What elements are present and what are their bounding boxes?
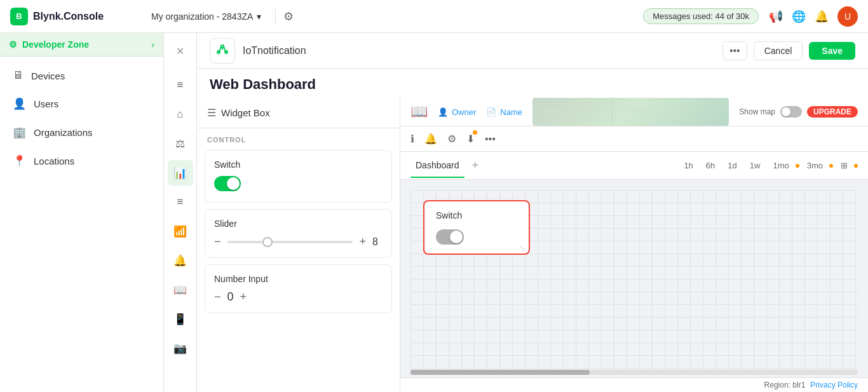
time-btn-3mo[interactable]: 3mo	[802, 158, 828, 173]
docs-icon-button[interactable]: 📖	[168, 277, 193, 302]
sidebar-item-devices-label: Devices	[31, 71, 65, 81]
dashboard-app-icon	[210, 38, 235, 64]
avatar[interactable]: U	[837, 6, 858, 27]
map-road-v	[611, 100, 613, 123]
switch-card-title: Switch	[214, 159, 383, 170]
settings-toolbar-icon[interactable]: ⚙	[447, 133, 456, 145]
time-btn-custom[interactable]: ⊞	[836, 158, 853, 173]
bell-toolbar-icon[interactable]: 🔔	[424, 133, 437, 145]
slider-track[interactable]	[227, 241, 353, 243]
upgrade-badge[interactable]: UPGRADE	[807, 106, 858, 118]
map-road-h	[539, 111, 657, 112]
slider-row: − + 8	[214, 235, 383, 248]
show-map-toggle[interactable]	[780, 106, 802, 118]
region-label: Region: blr1	[764, 381, 806, 389]
developer-zone-label: ⚙ Developer Zone	[9, 39, 89, 50]
time-btn-1mo[interactable]: 1mo	[768, 158, 794, 173]
download-toolbar-icon[interactable]: ⬇	[466, 133, 475, 144]
notification-icon[interactable]: 📢	[769, 10, 783, 24]
owner-label: Owner	[452, 107, 476, 117]
privacy-policy-link[interactable]: Privacy Policy	[810, 381, 858, 389]
time-btn-1d[interactable]: 1d	[722, 158, 742, 173]
cancel-button[interactable]: Cancel	[754, 41, 803, 60]
switch-widget-card[interactable]: Switch	[205, 150, 392, 203]
canvas-tabs-row: Dashboard + 1h 6h 1d 1w 1mo 3mo ⊞	[400, 152, 868, 180]
sidebar-item-organizations[interactable]: 🏢 Organizations	[0, 118, 163, 147]
developer-zone-section[interactable]: ⚙ Developer Zone ›	[0, 33, 163, 57]
logo-area: B Blynk.Console	[10, 8, 137, 25]
canvas-area: 📖 👤 Owner 📄 Name Show m	[400, 98, 868, 392]
more-options-button[interactable]: •••	[722, 41, 747, 60]
resize-handle[interactable]: ⤡	[520, 245, 526, 251]
info-icon[interactable]: ℹ	[410, 133, 414, 145]
wifi-icon-button[interactable]: 📶	[168, 219, 193, 244]
canvas-grid-bg[interactable]: Switch ⤡	[410, 190, 858, 370]
number-row: − 0 +	[214, 290, 383, 304]
slider-card-title: Slider	[214, 219, 383, 229]
dashboard-actions: ••• Cancel Save	[722, 41, 855, 60]
canvas-switch-thumb	[450, 231, 463, 243]
time-btn-1w[interactable]: 1w	[745, 158, 766, 173]
sidebar-item-organizations-label: Organizations	[34, 127, 93, 138]
sidebar-item-devices[interactable]: 🖥 Devices	[0, 62, 163, 90]
logo-text: Blynk.Console	[33, 11, 104, 22]
time-buttons: 1h 6h 1d 1w 1mo 3mo ⊞	[679, 158, 858, 173]
map-toggle-thumb	[782, 107, 790, 116]
home-icon-button[interactable]: ⌂	[168, 102, 193, 127]
number-value: 0	[227, 290, 234, 304]
slider-plus-button[interactable]: +	[359, 235, 366, 248]
org-selector[interactable]: My organization - 2843ZA ▾	[145, 9, 268, 24]
number-input-card-title: Number Input	[214, 274, 383, 284]
dashboard-title: IoTnotification	[243, 45, 306, 57]
name-label: Name	[500, 107, 522, 117]
widget-box-content: CONTROL Switch Slider −	[197, 128, 400, 392]
app-header: B Blynk.Console My organization - 2843ZA…	[0, 0, 868, 33]
canvas-grid: Switch ⤡	[400, 180, 868, 370]
settings-icon[interactable]: ⚙	[283, 10, 294, 24]
sidebar-item-locations[interactable]: 📍 Locations	[0, 147, 163, 175]
svg-line-6	[219, 46, 221, 51]
widget-box-header: ☰ Widget Box	[197, 98, 400, 128]
info-bar: Region: blr1 Privacy Policy	[400, 377, 868, 392]
canvas-toolbar-top: 📖 👤 Owner 📄 Name Show m	[400, 98, 868, 126]
horizontal-scrollbar[interactable]	[410, 370, 858, 375]
filter-icon-button[interactable]: ⚖	[168, 131, 193, 156]
list-icon-button[interactable]: ≡	[168, 189, 193, 215]
main-content: IoTnotification ••• Cancel Save Web Dash…	[197, 33, 868, 392]
dashboard-icon-button[interactable]: 📊	[168, 160, 193, 186]
number-plus-button[interactable]: +	[240, 290, 247, 304]
time-btn-6h[interactable]: 6h	[701, 158, 720, 173]
tab-dashboard[interactable]: Dashboard	[410, 154, 465, 178]
slider-widget-card[interactable]: Slider − + 8	[205, 209, 392, 258]
header-icons: 📢 🌐 🔔 U	[769, 6, 858, 27]
owner-icon: 👤	[438, 107, 448, 117]
logo-icon: B	[10, 8, 28, 25]
switch-toggle[interactable]	[214, 176, 241, 191]
time-btn-1h[interactable]: 1h	[679, 158, 698, 173]
canvas-switch-widget[interactable]: Switch ⤡	[423, 200, 530, 255]
dashboard-title-area: IoTnotification	[210, 38, 306, 64]
dashboard-header: IoTnotification ••• Cancel Save	[197, 33, 868, 69]
alert-icon-button[interactable]: 🔔	[168, 248, 193, 273]
number-minus-button[interactable]: −	[214, 290, 221, 304]
slider-minus-button[interactable]: −	[214, 235, 221, 248]
name-field[interactable]: 📄 Name	[486, 107, 522, 117]
mobile-icon-button[interactable]: 📱	[168, 306, 193, 332]
owner-field[interactable]: 👤 Owner	[438, 107, 476, 117]
add-tab-button[interactable]: +	[470, 159, 482, 172]
globe-icon[interactable]: 🌐	[792, 10, 806, 24]
sidebar-item-users[interactable]: 👤 Users	[0, 90, 163, 118]
svg-point-0	[221, 45, 224, 48]
page-title-area: Web Dashboard	[197, 69, 868, 98]
book-icon[interactable]: 📖	[410, 104, 428, 120]
canvas-switch-toggle[interactable]	[436, 229, 464, 245]
bell-icon[interactable]: 🔔	[815, 10, 829, 24]
canvas-icon-toolbar: ℹ 🔔 ⚙ ⬇ •••	[400, 126, 868, 152]
more-toolbar-icon[interactable]: •••	[485, 133, 496, 145]
close-panel-button[interactable]: ✕	[168, 38, 193, 64]
menu-icon-button[interactable]: ≡	[168, 72, 193, 98]
number-input-widget-card[interactable]: Number Input − 0 +	[205, 264, 392, 313]
camera-icon-button[interactable]: 📷	[168, 335, 193, 361]
save-button[interactable]: Save	[809, 42, 855, 60]
page-title: Web Dashboard	[210, 76, 855, 93]
